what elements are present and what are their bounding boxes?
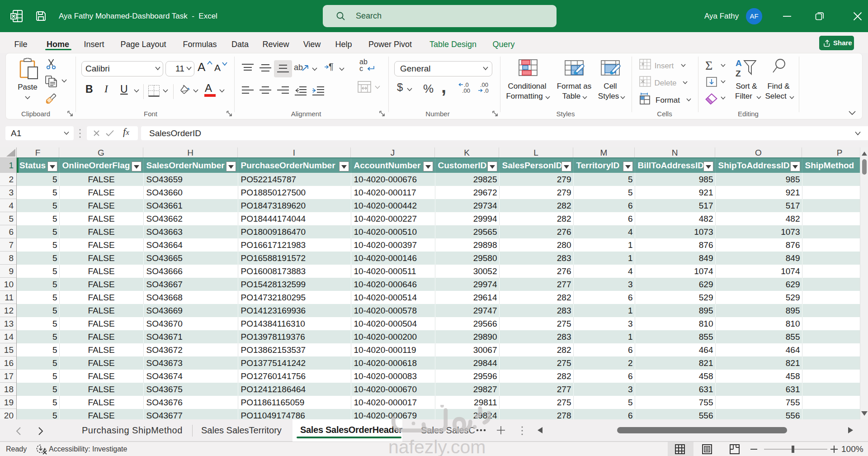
svg-text:Z: Z: [736, 69, 741, 77]
svg-text:A: A: [736, 59, 742, 68]
svg-text:.0: .0: [484, 87, 489, 94]
svg-text:.00: .00: [462, 87, 470, 94]
